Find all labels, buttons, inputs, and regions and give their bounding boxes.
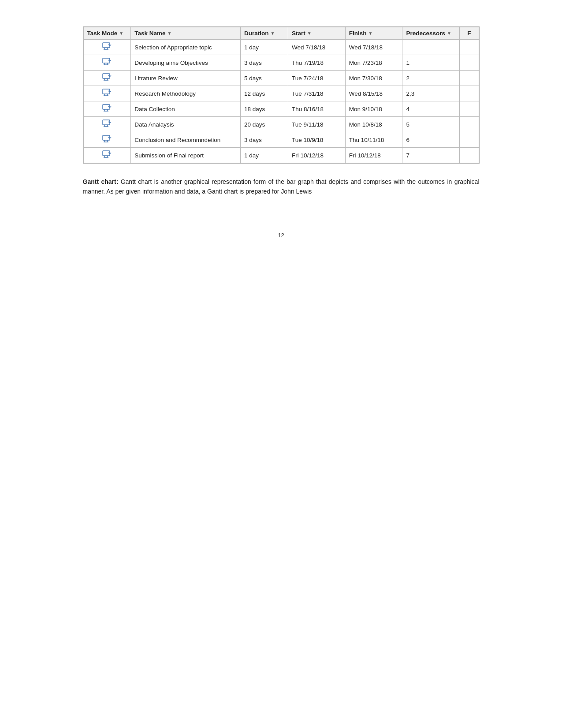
task-mode-icon [102,150,112,160]
paragraph-section: Gantt chart: Gantt chart is another grap… [83,177,480,197]
start-chevron: ▼ [307,31,312,36]
task-predecessors-cell: 5 [402,117,460,132]
table-row: Conclusion and Recommndetion3 daysTue 10… [83,132,479,148]
task-mode-label: Task Mode [87,30,118,37]
task-name-cell: Litrature Review [131,71,241,86]
duration-label: Duration [244,30,269,37]
gantt-table-container: Task Mode ▼ Task Name ▼ Duration ▼ [83,26,480,164]
table-row: Data Collection18 daysThu 8/16/18Mon 9/1… [83,101,479,117]
task-start-cell: Tue 9/11/18 [288,117,346,132]
predecessors-label: Predecessors [406,30,445,37]
finish-header[interactable]: Finish ▼ [345,27,402,40]
task-finish-cell: Mon 10/8/18 [345,117,402,132]
extra-header: F [460,27,479,40]
finish-label: Finish [349,30,367,37]
task-extra-cell [460,55,479,71]
task-mode-cell [83,86,131,101]
task-mode-icon [102,73,112,83]
task-extra-cell [460,132,479,148]
table-header-row: Task Mode ▼ Task Name ▼ Duration ▼ [83,27,479,40]
task-mode-icon [102,135,112,145]
task-finish-cell: Mon 9/10/18 [345,101,402,117]
task-predecessors-cell: 2,3 [402,86,460,101]
task-start-cell: Fri 10/12/18 [288,148,346,163]
table-row: Research Methodology12 daysTue 7/31/18We… [83,86,479,101]
task-mode-cell [83,101,131,117]
task-name-header[interactable]: Task Name ▼ [131,27,241,40]
extra-label: F [467,30,471,37]
gantt-text: Gantt chart is another graphical represe… [83,178,480,195]
task-extra-cell [460,40,479,55]
task-name-cell: Selection of Appropriate topic [131,40,241,55]
task-name-chevron: ▼ [167,31,172,36]
task-predecessors-cell [402,40,460,55]
task-duration-cell: 1 day [240,148,288,163]
task-name-cell: Conclusion and Recommndetion [131,132,241,148]
predecessors-header[interactable]: Predecessors ▼ [402,27,460,40]
task-name-label: Task Name [134,30,165,37]
gantt-bold: Gantt chart: [83,178,119,185]
task-name-cell: Research Methodology [131,86,241,101]
task-predecessors-cell: 7 [402,148,460,163]
task-finish-cell: Thu 10/11/18 [345,132,402,148]
task-duration-cell: 3 days [240,55,288,71]
task-mode-chevron: ▼ [119,31,123,36]
task-mode-header[interactable]: Task Mode ▼ [83,27,131,40]
task-duration-cell: 12 days [240,86,288,101]
task-predecessors-cell: 2 [402,71,460,86]
table-row: Data Analaysis20 daysTue 9/11/18Mon 10/8… [83,117,479,132]
task-start-cell: Thu 8/16/18 [288,101,346,117]
task-mode-cell [83,148,131,163]
task-predecessors-cell: 1 [402,55,460,71]
task-predecessors-cell: 4 [402,101,460,117]
task-mode-cell [83,71,131,86]
task-duration-cell: 5 days [240,71,288,86]
task-duration-cell: 3 days [240,132,288,148]
task-mode-icon [102,42,112,52]
task-finish-cell: Mon 7/30/18 [345,71,402,86]
task-extra-cell [460,71,479,86]
finish-chevron: ▼ [368,31,373,36]
task-name-cell: Developing aims Objectives [131,55,241,71]
task-name-cell: Data Analaysis [131,117,241,132]
task-start-cell: Tue 10/9/18 [288,132,346,148]
start-label: Start [292,30,305,37]
task-finish-cell: Wed 7/18/18 [345,40,402,55]
task-mode-icon [102,119,112,129]
task-mode-icon [102,89,112,98]
task-mode-cell [83,132,131,148]
start-header[interactable]: Start ▼ [288,27,346,40]
table-row: Selection of Appropriate topic1 dayWed 7… [83,40,479,55]
page-number: 12 [35,232,527,239]
task-mode-cell [83,117,131,132]
table-row: Developing aims Objectives3 daysThu 7/19… [83,55,479,71]
task-mode-cell [83,55,131,71]
task-finish-cell: Mon 7/23/18 [345,55,402,71]
task-extra-cell [460,148,479,163]
task-extra-cell [460,86,479,101]
task-start-cell: Wed 7/18/18 [288,40,346,55]
task-mode-cell [83,40,131,55]
task-duration-cell: 18 days [240,101,288,117]
task-extra-cell [460,117,479,132]
duration-header[interactable]: Duration ▼ [240,27,288,40]
table-row: Litrature Review5 daysTue 7/24/18Mon 7/3… [83,71,479,86]
task-finish-cell: Fri 10/12/18 [345,148,402,163]
table-row: Submission of Final report1 dayFri 10/12… [83,148,479,163]
task-finish-cell: Wed 8/15/18 [345,86,402,101]
task-predecessors-cell: 6 [402,132,460,148]
gantt-paragraph: Gantt chart: Gantt chart is another grap… [83,177,480,197]
duration-chevron: ▼ [270,31,275,36]
task-start-cell: Tue 7/31/18 [288,86,346,101]
task-start-cell: Thu 7/19/18 [288,55,346,71]
page-number-text: 12 [278,232,284,239]
task-duration-cell: 1 day [240,40,288,55]
predecessors-chevron: ▼ [447,31,451,36]
gantt-table: Task Mode ▼ Task Name ▼ Duration ▼ [83,27,479,163]
task-mode-icon [102,58,112,67]
task-duration-cell: 20 days [240,117,288,132]
task-start-cell: Tue 7/24/18 [288,71,346,86]
task-name-cell: Submission of Final report [131,148,241,163]
task-mode-icon [102,104,112,114]
task-extra-cell [460,101,479,117]
